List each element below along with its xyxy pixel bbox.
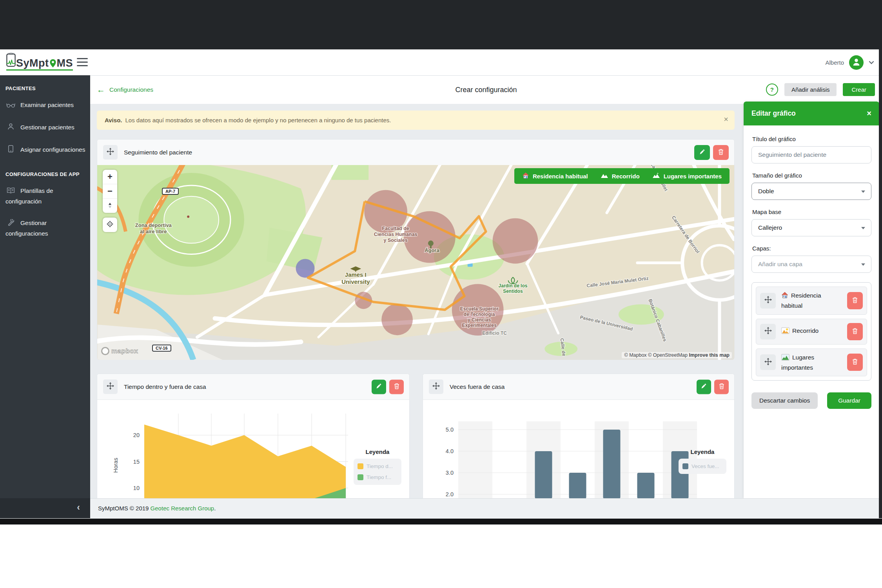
house-icon [522, 172, 529, 180]
scrollbar[interactable] [879, 49, 882, 518]
legend-label: Tiempo f... [367, 474, 391, 480]
legend-item[interactable]: Tiempo d... [358, 463, 397, 469]
mapbox-logo[interactable]: mapbox [101, 347, 138, 355]
close-icon[interactable]: × [867, 109, 871, 118]
back-arrow-icon[interactable]: ← [97, 85, 105, 94]
layer-label: Residencia habitual [781, 291, 840, 310]
save-button[interactable]: Guardar [827, 392, 871, 409]
map-label: de Tecnología [464, 312, 495, 317]
sidebar-item-gestionar-pacientes[interactable]: Gestionar pacientes [0, 117, 90, 139]
trash-icon [718, 148, 724, 157]
map-legend-residencia-habitual[interactable]: Residencia habitual [522, 172, 588, 180]
wrench-icon [5, 219, 16, 229]
sidebar-item-asignar-configuraciones[interactable]: Asignar configuraciones [0, 139, 90, 162]
footer-suffix: . [214, 505, 216, 512]
mapbox-logo-icon [101, 347, 109, 355]
svg-text:Horas: Horas [113, 458, 119, 473]
delete-map-button[interactable] [713, 145, 729, 160]
delete-chart2-button[interactable] [714, 379, 729, 394]
legend-item[interactable]: Tiempo f... [358, 474, 397, 480]
edit-chart1-button[interactable] [372, 379, 386, 394]
sidebar-footer: ‹ [0, 498, 90, 518]
add-layer-select[interactable]: Añadir una capa [751, 256, 871, 273]
notice-close-icon[interactable]: × [724, 115, 728, 124]
edit-panel-title: Editar gráfico [751, 109, 796, 118]
chart2-title: Veces fuera de casa [450, 383, 505, 390]
layer-label: Lugares importantes [781, 353, 840, 372]
delete-layer-button[interactable] [847, 323, 863, 340]
layer-drag-handle[interactable] [760, 293, 776, 309]
road-badge-ap7: AP-7 [162, 188, 179, 195]
map-label: Sentidos [503, 289, 523, 294]
map-label: y Ciencias [468, 317, 491, 323]
sidebar-item-label: Asignar configuraciones [20, 146, 85, 153]
footer-text: SyMptOMS © 2019 Geotec Research Group. [98, 499, 216, 518]
delete-layer-button[interactable] [847, 354, 863, 371]
zoom-in-button[interactable]: + [103, 170, 117, 184]
geolocate-button[interactable] [103, 218, 117, 232]
map-label: Ciencias Humanas [374, 232, 417, 237]
improve-map-link[interactable]: Improve this map [689, 352, 730, 358]
legend-swatch [358, 463, 363, 469]
delete-chart1-button[interactable] [389, 379, 404, 394]
map-base: Zona deportivaal aire libreFacultad deCi… [97, 165, 734, 360]
footer-link[interactable]: Geotec Research Group [151, 505, 214, 512]
notice-text: Los datos aquí mostrados se ofrecen a mo… [125, 117, 391, 123]
chart-title-input[interactable] [751, 146, 871, 163]
zoom-out-button[interactable]: − [103, 184, 117, 199]
map-label: Zona deportiva [135, 222, 172, 228]
help-button[interactable]: ? [766, 83, 778, 96]
window-edge [0, 518, 882, 524]
svg-text:20: 20 [133, 432, 140, 438]
chevron-down-icon [861, 261, 866, 268]
move-icon [764, 327, 772, 336]
sunrise-icon [781, 327, 789, 336]
map-legend-lugares-importantes[interactable]: Lugares importantes [652, 172, 722, 180]
drag-handle[interactable] [103, 379, 118, 394]
edit-chart2-button[interactable] [697, 379, 711, 394]
avatar[interactable] [849, 55, 864, 70]
chart1-title: Tiempo dentro y fuera de casa [124, 383, 206, 390]
legend-label: Tiempo d... [367, 463, 393, 469]
book-icon [5, 187, 16, 197]
sidebar-item-examinar-pacientes[interactable]: Examinar pacientes [0, 94, 90, 117]
legend-item[interactable]: Veces fue... [682, 463, 722, 469]
footer-copyright: SyMptOMS © 2019 [98, 505, 151, 512]
geolocate-icon [106, 220, 114, 229]
map-label: Facultad de [382, 226, 409, 231]
map-canvas[interactable]: Zona deportivaal aire libreFacultad deCi… [97, 165, 734, 360]
layer-drag-handle[interactable] [760, 354, 776, 370]
park-icon [781, 354, 789, 363]
chart-size-select[interactable]: Doble [751, 183, 871, 200]
map-legend-label: Recorrido [612, 173, 640, 180]
field-label-basemap: Mapa base [752, 209, 871, 215]
discard-changes-button[interactable]: Descartar cambios [751, 392, 818, 409]
breadcrumb[interactable]: ← Configuraciones [97, 75, 153, 104]
person-icon [852, 57, 861, 68]
add-analysis-button[interactable]: Añadir análisis [784, 83, 837, 96]
attribution-text: © Mapbox © OpenStreetMap [624, 352, 689, 358]
base-map-select[interactable]: Callejero [751, 219, 871, 236]
svg-text:15: 15 [133, 459, 140, 465]
create-button[interactable]: Crear [843, 83, 875, 96]
map-label: Jardín de los [499, 283, 528, 289]
sidebar-item-plantillas-de-configuraci-n[interactable]: Plantillas de configuración [0, 180, 90, 212]
sidebar-item-gestionar-configuraciones[interactable]: Gestionar configuraciones [0, 212, 90, 245]
chevron-down-icon[interactable] [869, 59, 874, 66]
sidebar-collapse-icon[interactable]: ‹ [77, 502, 80, 513]
app-logo[interactable]: SyMpt MS [6, 53, 73, 71]
user-menu[interactable]: Alberto [825, 49, 874, 75]
map-legend-recorrido[interactable]: Recorrido [601, 173, 640, 180]
trash-icon [852, 327, 858, 336]
edit-map-button[interactable] [694, 145, 710, 160]
drag-handle[interactable] [103, 145, 118, 160]
hamburger-icon[interactable] [77, 58, 88, 66]
map-label: University [341, 278, 370, 285]
pitch-toggle-button[interactable] [103, 199, 117, 213]
chart2-header: Veces fuera de casa [423, 374, 734, 400]
breadcrumb-label[interactable]: Configuraciones [109, 86, 153, 93]
drag-handle[interactable] [429, 379, 443, 394]
layer-drag-handle[interactable] [760, 324, 776, 339]
legend-title: Leyenda [354, 448, 401, 455]
delete-layer-button[interactable] [847, 292, 863, 309]
